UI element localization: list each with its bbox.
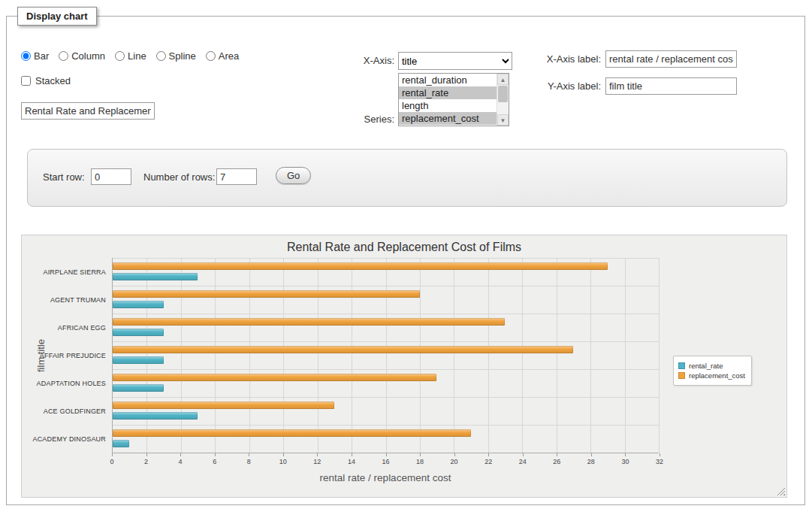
bar-replacement_cost (113, 290, 420, 298)
tick-mark (146, 453, 147, 456)
x-tick-label: 30 (621, 458, 629, 465)
category-labels: AIRPLANE SIERRAAGENT TRUMANAFRICAN EGGAF… (23, 258, 110, 453)
category-label: AFFAIR PREJUDICE (40, 352, 106, 359)
tick-mark (283, 453, 284, 456)
x-tick-label: 2 (144, 458, 148, 465)
gridline (113, 397, 659, 398)
radio-spline[interactable] (156, 51, 166, 61)
display-chart-fieldset: Display chart BarColumnLineSplineArea St… (6, 7, 805, 505)
bar-replacement_cost (113, 374, 436, 381)
resize-handle-icon[interactable] (777, 487, 785, 495)
chart-type-option-area[interactable]: Area (206, 50, 239, 62)
bar-rental_rate (113, 301, 164, 308)
legend-item-replacement_cost[interactable]: replacement_cost (678, 371, 745, 380)
x-tick-label: 24 (519, 458, 527, 465)
gridline (488, 258, 489, 453)
scrollbar-thumb[interactable] (498, 86, 508, 102)
bar-rental_rate (113, 384, 164, 392)
radio-bar[interactable] (21, 51, 31, 61)
x-tick-marks (112, 453, 660, 457)
y-axis-label-field-label: Y-Axis label: (518, 80, 601, 92)
legend-swatch (678, 372, 685, 379)
x-tick-label: 14 (348, 458, 355, 465)
gridline (352, 258, 352, 453)
series-option-rental_duration[interactable]: rental_duration (399, 74, 497, 86)
gridline (181, 258, 182, 453)
category-label: AFRICAN EGG (58, 324, 106, 332)
start-row-input[interactable] (91, 168, 131, 185)
radio-line[interactable] (115, 51, 125, 61)
x-tick-label: 22 (484, 458, 492, 465)
bar-replacement_cost (113, 346, 573, 353)
page: Display chart BarColumnLineSplineArea St… (0, 0, 812, 512)
tick-mark (317, 453, 318, 456)
stacked-checkbox[interactable] (21, 76, 31, 86)
category-label: ACADEMY DINOSAUR (32, 435, 106, 443)
legend-item-rental_rate[interactable]: rental_rate (678, 362, 745, 370)
x-tick-label: 6 (213, 458, 216, 465)
x-axis-label-input[interactable] (605, 50, 737, 68)
tick-mark (557, 453, 557, 456)
gridline (283, 258, 284, 453)
legend-label: replacement_cost (689, 371, 745, 380)
series-options: rental_durationrental_ratelengthreplacem… (399, 74, 497, 126)
x-tick-label: 32 (656, 458, 663, 465)
gridline (113, 258, 659, 259)
gridline (454, 258, 454, 453)
chart-type-option-spline[interactable]: Spline (156, 50, 196, 62)
gridline (625, 258, 626, 453)
x-tick-label: 20 (451, 458, 458, 465)
gridline (113, 286, 659, 286)
legend-swatch (678, 362, 685, 369)
chart-panel: Rental Rate and Replacement Cost of Film… (21, 235, 787, 498)
bar-rental_rate (113, 273, 198, 280)
y-axis-label-input[interactable] (605, 77, 737, 95)
gridline (113, 425, 659, 426)
number-of-rows-input[interactable] (216, 168, 257, 185)
x-axis-select-label: X-Axis: (323, 55, 394, 66)
tick-mark (112, 453, 113, 456)
x-axis-title: rental rate / replacement cost (112, 472, 659, 483)
chart-type-option-line[interactable]: Line (115, 50, 146, 62)
scroll-up-icon[interactable]: ▲ (497, 74, 509, 85)
scrollbar-track[interactable] (497, 85, 509, 114)
x-tick-label: 16 (382, 458, 389, 465)
radio-column[interactable] (59, 51, 68, 61)
chart-title-input[interactable] (21, 102, 155, 120)
gridline (113, 314, 659, 314)
gridline (386, 258, 387, 453)
series-scrollbar[interactable]: ▲ ▼ (497, 74, 509, 126)
category-label: AIRPLANE SIERRA (43, 268, 106, 276)
tick-mark (454, 453, 455, 456)
gridline (659, 258, 660, 453)
category-label: ACE GOLDFINGER (44, 407, 106, 415)
x-tick-label: 0 (110, 458, 113, 465)
tick-mark (660, 453, 660, 456)
chart-type-radiogroup: BarColumnLineSplineArea (21, 50, 249, 62)
bar-replacement_cost (113, 401, 334, 409)
scroll-down-icon[interactable]: ▼ (497, 114, 509, 126)
chart-type-option-column[interactable]: Column (59, 50, 105, 62)
tick-mark (249, 453, 249, 456)
x-tick-label: 4 (179, 458, 183, 465)
bar-replacement_cost (113, 429, 471, 437)
display-chart-legend: Display chart (17, 7, 97, 26)
bar-rental_rate (113, 440, 129, 447)
radio-area[interactable] (206, 51, 216, 61)
chart-type-option-bar[interactable]: Bar (21, 50, 49, 62)
chart-legend: rental_ratereplacement_cost (673, 356, 752, 386)
x-axis-select[interactable]: title (398, 52, 512, 70)
x-tick-label: 8 (247, 458, 251, 465)
series-option-length[interactable]: length (399, 99, 497, 112)
series-option-replacement_cost[interactable]: replacement_cost (399, 112, 497, 125)
gridline (522, 258, 523, 453)
start-row-label: Start row: (43, 171, 85, 183)
gridline (215, 258, 216, 453)
series-option-rental_rate[interactable]: rental_rate (399, 86, 497, 99)
bar-replacement_cost (113, 318, 505, 326)
go-button[interactable]: Go (276, 167, 311, 184)
gridline (146, 258, 147, 453)
x-tick-label: 18 (416, 458, 424, 465)
tick-mark (488, 453, 489, 456)
x-axis-label-field-label: X-Axis label: (518, 53, 601, 65)
